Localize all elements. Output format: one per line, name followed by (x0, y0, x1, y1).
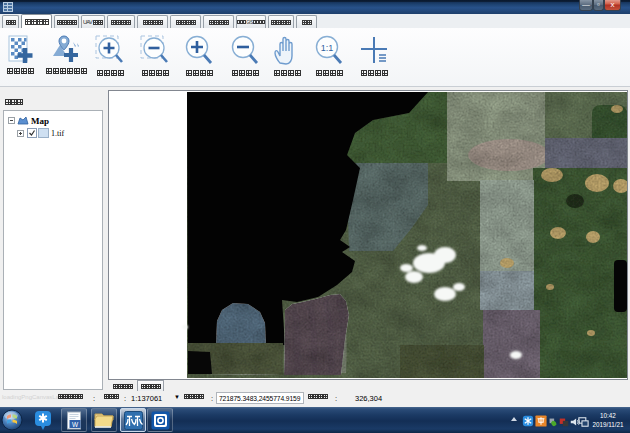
svg-text:W: W (72, 420, 79, 427)
svg-text:1:1: 1:1 (321, 43, 334, 53)
